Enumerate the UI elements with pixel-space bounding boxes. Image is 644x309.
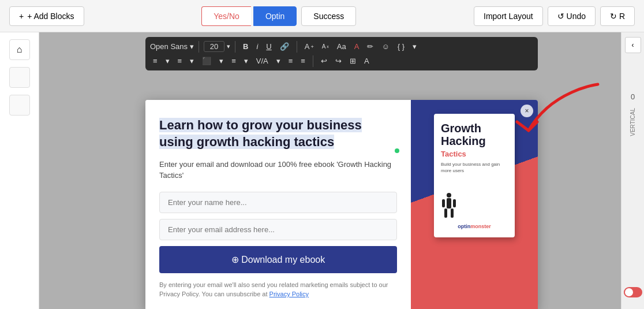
undo-button[interactable]: ↺ Undo [548,6,596,26]
book-tagline: Build your business and gain more users [441,162,508,174]
privacy-policy-link[interactable]: Privacy Policy [269,291,309,297]
book-cover: Growth Hacking Tactics Build your busine… [434,114,515,237]
top-bar-right: Import Layout ↺ Undo ↻ R [474,6,635,26]
home-icon: ⌂ [17,44,23,55]
line-height-dropdown[interactable]: ▾ [274,55,283,67]
code-button[interactable]: { } [395,40,407,53]
email-input[interactable] [159,219,397,240]
book-title-sub: Tactics [441,150,508,158]
sidebar-home-icon[interactable]: ⌂ [9,39,30,60]
canvas-area: Open Sans ▾ ▾ B i U 🔗 A+ Ax Aa A ✏ ☺ { } [39,32,644,309]
align-center-button[interactable]: ≡ [286,55,296,67]
add-blocks-label: + Add Blocks [27,12,74,21]
italic-button[interactable]: i [253,40,261,53]
tab-success[interactable]: Success [301,6,356,26]
vertical-label: VERTICAL [630,108,636,136]
clear-format-button[interactable]: A [361,55,372,67]
book-illustration [441,181,508,221]
indent-dropdown[interactable]: ▾ [241,55,251,67]
book-brand: optinmonster [441,224,508,229]
unordered-list-button[interactable]: ≡ [150,55,160,67]
grid-button[interactable]: ⊞ [347,55,359,67]
toggle-switch[interactable] [624,287,642,297]
popup-subtext: Enter your email and download our 100% f… [159,159,397,181]
unordered-list-dropdown[interactable]: ▾ [163,55,173,67]
chevron-down-icon: ▾ [190,42,194,51]
tab-group: Yes/No Optin Success [90,6,469,26]
bar-5 [500,189,506,220]
redo-button[interactable]: ↻ R [600,6,635,26]
align-left-button[interactable]: ⬛ [199,55,214,67]
left-sidebar: ⌂ [0,32,39,309]
indent-button[interactable]: ≡ [229,55,239,67]
bold-button[interactable]: B [240,40,251,53]
font-size-icon-button[interactable]: A+ [302,40,317,53]
bars-container [467,189,506,221]
tab-optin[interactable]: Optin [253,6,297,26]
svg-point-0 [447,193,451,198]
popup-right: Growth Hacking Tactics Build your busine… [411,100,538,309]
plus-icon: + [19,12,24,21]
line-height-button[interactable]: V/A [253,55,271,67]
svg-rect-2 [444,209,447,218]
right-panel: ‹ 0 VERTICAL [621,32,644,309]
headline-wrapper: Learn how to grow your business using gr… [159,117,397,150]
underline-button[interactable]: U [263,40,274,53]
undo-text-button[interactable]: ↩ [318,55,330,67]
svg-rect-3 [451,209,454,218]
import-layout-button[interactable]: Import Layout [474,6,543,26]
toggle-container [624,287,642,297]
font-color-button[interactable]: A [351,40,362,53]
toolbar-row-1: Open Sans ▾ ▾ B i U 🔗 A+ Ax Aa A ✏ ☺ { } [150,40,533,53]
bar-1 [467,211,473,220]
book-title-main: Growth Hacking [441,122,508,147]
main-layout: ⌂ Open Sans ▾ ▾ B i U 🔗 A+ [0,32,644,309]
svg-rect-5 [453,199,456,207]
more-button[interactable]: ▾ [410,40,420,53]
case-button[interactable]: Aa [334,40,349,53]
svg-rect-1 [447,198,451,209]
bar-2 [475,206,481,220]
font-shrink-button[interactable]: Ax [319,42,332,51]
name-input[interactable] [159,192,397,213]
popup-footer-text: By entering your email we'll also send y… [159,280,397,299]
optin-popup: × Learn how to grow your business using … [145,100,538,309]
top-bar: + + Add Blocks Yes/No Optin Success Impo… [0,0,644,32]
svg-rect-4 [442,199,445,207]
font-size-input[interactable] [204,41,224,52]
font-size-down-icon: ▾ [227,43,230,50]
collapse-button[interactable]: ‹ [625,37,641,53]
align-dropdown[interactable]: ▾ [216,55,226,67]
font-family-selector[interactable]: Open Sans ▾ [150,42,194,51]
popup-headline[interactable]: Learn how to grow your business using gr… [159,118,362,149]
floating-toolbar: Open Sans ▾ ▾ B i U 🔗 A+ Ax Aa A ✏ ☺ { } [145,37,538,70]
toolbar-row-2: ≡ ▾ ≡ ▾ ⬛ ▾ ≡ ▾ V/A ▾ ≡ ≡ ↩ ↪ ⊞ A [150,55,533,67]
ordered-list-dropdown[interactable]: ▾ [187,55,197,67]
separator-4 [313,55,313,67]
add-blocks-button[interactable]: + + Add Blocks [9,6,84,26]
redo-text-button[interactable]: ↪ [332,55,345,67]
figure-svg [442,192,456,221]
popup-left: Learn how to grow your business using gr… [145,100,411,309]
sidebar-block-1 [9,67,30,88]
vertical-number: 0 [631,92,635,101]
separator-1 [199,41,199,53]
tab-yesno[interactable]: Yes/No [201,6,251,26]
separator-2 [235,41,235,53]
align-right-button[interactable]: ≡ [298,55,308,67]
emoji-button[interactable]: ☺ [379,40,392,53]
bar-4 [492,196,497,220]
selection-dot [395,148,399,153]
cta-button[interactable]: ⊕ Download my ebook [159,246,397,273]
bar-3 [484,202,489,220]
ordered-list-button[interactable]: ≡ [175,55,185,67]
separator-3 [297,41,297,53]
sidebar-block-2 [9,95,30,116]
link-button[interactable]: 🔗 [277,40,292,53]
font-family-label: Open Sans [150,42,188,51]
highlight-button[interactable]: ✏ [364,40,376,53]
